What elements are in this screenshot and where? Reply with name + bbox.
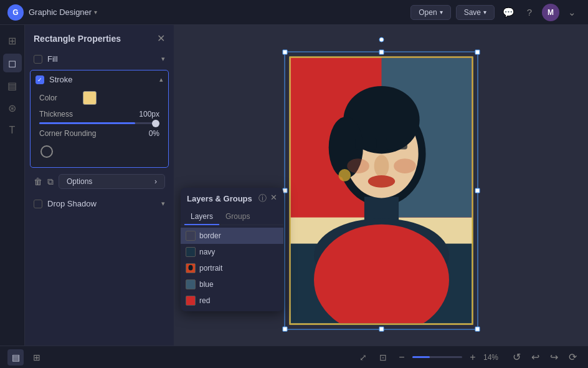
zoom-slider[interactable]: [412, 356, 462, 358]
svg-point-12: [347, 158, 369, 173]
tab-layers[interactable]: Layers: [184, 209, 219, 225]
undo-button[interactable]: ↩: [527, 349, 543, 366]
corner-circle-indicator: [40, 145, 53, 158]
layer-thumb-border: [186, 231, 196, 241]
sidebar-text-btn[interactable]: T: [3, 121, 22, 140]
svg-point-11: [338, 169, 351, 182]
properties-panel: Rectangle Properties ✕ Fill ▾ Stroke ▴ C…: [25, 25, 174, 346]
layer-thumb-red: [186, 296, 196, 306]
history-buttons: ↺ ↩ ↪ ⟳: [508, 349, 581, 366]
layers-panel: Layers & Groups ⓘ ✕ Layers Groups border…: [181, 188, 283, 311]
handle-bl[interactable]: [283, 327, 288, 332]
poster-artwork: [290, 57, 473, 325]
color-swatch[interactable]: [83, 91, 97, 105]
handle-br[interactable]: [475, 327, 480, 332]
layers-header-icons: ⓘ ✕: [258, 193, 277, 204]
layer-item-red[interactable]: red: [181, 293, 283, 309]
icon-sidebar: ⊞ ◻ ▤ ⊛ T: [0, 25, 25, 346]
zoom-out-button[interactable]: −: [395, 351, 409, 364]
refresh-button[interactable]: ↺: [508, 349, 524, 366]
layer-thumb-navy: [186, 247, 196, 257]
layers-tabs: Layers Groups: [181, 209, 283, 225]
layer-thumb-portrait: [186, 263, 196, 273]
sidebar-shapes-btn[interactable]: ◻: [3, 54, 22, 72]
zoom-level: 14%: [483, 353, 503, 362]
save-arrow-icon: ▾: [483, 9, 486, 16]
title-chevron-icon[interactable]: ▾: [94, 9, 97, 16]
thickness-slider[interactable]: [39, 122, 159, 124]
sidebar-grid-btn[interactable]: ⊞: [3, 31, 22, 50]
layers-view-button[interactable]: ▤: [7, 349, 24, 366]
open-button[interactable]: Open ▾: [410, 5, 450, 20]
grid-view-button[interactable]: ⊞: [29, 349, 45, 366]
canvas-area[interactable]: Layers & Groups ⓘ ✕ Layers Groups border…: [174, 25, 588, 346]
history-button[interactable]: ⟳: [564, 349, 581, 366]
portrait-svg: [291, 58, 472, 324]
layer-item-portrait[interactable]: portrait: [181, 260, 283, 276]
stroke-collapse-icon[interactable]: ▴: [159, 75, 163, 84]
fill-row: Fill ▾: [25, 51, 174, 67]
svg-point-15: [189, 265, 193, 271]
tab-groups[interactable]: Groups: [219, 209, 256, 225]
thickness-row: Thickness 100px: [39, 110, 159, 119]
color-row: Color: [39, 91, 159, 105]
layers-close-icon[interactable]: ✕: [270, 193, 277, 204]
layer-item-border[interactable]: border: [181, 228, 283, 244]
user-avatar[interactable]: M: [542, 4, 559, 21]
panel-title: Rectangle Properties: [34, 34, 121, 44]
drop-shadow-checkbox[interactable]: [34, 200, 42, 208]
fit-screen-button[interactable]: ⤢: [355, 349, 371, 366]
svg-point-9: [374, 155, 389, 177]
redo-button[interactable]: ↪: [546, 349, 562, 366]
zoom-in-button[interactable]: +: [466, 351, 480, 364]
stroke-content: Color Thickness 100px Corner Rounding: [31, 87, 168, 166]
fill-expand-icon[interactable]: ▾: [161, 55, 165, 63]
handle-mr[interactable]: [475, 188, 480, 193]
stroke-section: Stroke ▴ Color Thickness 100px: [30, 70, 169, 168]
open-arrow-icon: ▾: [440, 9, 443, 16]
layer-name-border: border: [199, 231, 221, 240]
panel-close-button[interactable]: ✕: [157, 32, 165, 44]
svg-rect-7: [355, 138, 377, 150]
layer-name-navy: navy: [199, 248, 215, 256]
thickness-value: 100px: [139, 110, 159, 119]
message-button[interactable]: 💬: [500, 4, 517, 21]
bottom-bar: ▤ ⊞ ⤢ ⊡ − + 14% ↺ ↩ ↪ ⟳: [0, 346, 588, 368]
trash-icon[interactable]: 🗑: [34, 177, 42, 186]
save-button[interactable]: Save ▾: [456, 5, 495, 20]
handle-tm[interactable]: [379, 50, 384, 55]
topbar: G Graphic Designer ▾ Open ▾ Save ▾ 💬 ? M…: [0, 0, 588, 25]
layer-item-blue[interactable]: blue: [181, 276, 283, 293]
handle-tl[interactable]: [283, 50, 288, 55]
help-button[interactable]: ?: [521, 4, 538, 21]
options-button[interactable]: Options ›: [59, 174, 165, 189]
handle-bm[interactable]: [379, 327, 384, 332]
options-chevron-icon: ›: [154, 177, 157, 186]
stroke-label: Stroke: [49, 75, 154, 84]
sidebar-components-btn[interactable]: ⊛: [3, 99, 22, 117]
corner-rounding-label: Corner Rounding: [39, 129, 149, 138]
layer-item-navy[interactable]: navy: [181, 244, 283, 260]
panel-header: Rectangle Properties ✕: [25, 25, 174, 51]
app-title: Graphic Designer ▾: [29, 7, 97, 17]
zoom-controls: ⤢ ⊡ − + 14%: [355, 349, 503, 366]
svg-point-10: [368, 175, 395, 188]
svg-rect-8: [386, 138, 407, 150]
drop-shadow-expand-icon[interactable]: ▾: [161, 200, 165, 208]
expand-button[interactable]: ⌄: [563, 4, 581, 21]
handle-rotate[interactable]: [379, 37, 384, 42]
layer-name-red: red: [199, 296, 210, 305]
sidebar-layers-btn[interactable]: ▤: [3, 76, 22, 95]
handle-tr[interactable]: [475, 50, 480, 55]
layers-info-icon[interactable]: ⓘ: [258, 193, 267, 204]
stroke-checkbox[interactable]: [36, 75, 44, 84]
layer-name-blue: blue: [199, 280, 214, 289]
resize-button[interactable]: ⊡: [375, 349, 391, 366]
layers-panel-header: Layers & Groups ⓘ ✕: [181, 188, 283, 209]
main-layout: ⊞ ◻ ▤ ⊛ T Rectangle Properties ✕ Fill ▾ …: [0, 25, 588, 346]
color-label: Color: [39, 94, 83, 102]
svg-point-13: [394, 158, 416, 173]
fill-checkbox[interactable]: [34, 55, 42, 64]
artwork-container: [290, 57, 473, 325]
copy-icon[interactable]: ⧉: [47, 177, 54, 187]
